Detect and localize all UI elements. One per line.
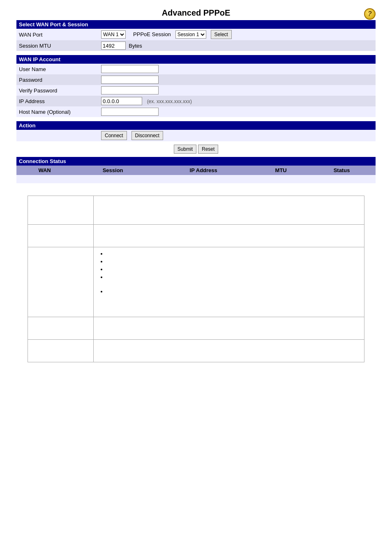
wan-session-table: WAN Port WAN 1 PPPoE Session Session 1 S… (16, 29, 376, 51)
connection-status-table: WAN Session IP Address MTU Status (16, 166, 376, 183)
connect-button[interactable]: Connect (101, 131, 127, 140)
username-value-cell (99, 64, 376, 74)
bullet-2 (107, 258, 359, 265)
ip-address-label: IP Address (16, 96, 99, 106)
ip-address-row: IP Address (ex. xxx.xxx.xxx.xxx) (16, 96, 376, 106)
help-content-2 (94, 225, 364, 247)
help-row-1 (28, 196, 364, 225)
bullet-list (99, 251, 359, 295)
action-buttons-cell: Connect Disconnect (99, 130, 376, 141)
reset-button[interactable]: Reset (198, 145, 218, 154)
status-col-status: Status (308, 166, 376, 175)
status-col-mtu: MTU (254, 166, 308, 175)
wan-ip-header: WAN IP Account (16, 55, 376, 64)
submit-row: Submit Reset (16, 141, 376, 157)
select-button[interactable]: Select (211, 30, 232, 39)
action-table: Connect Disconnect (16, 130, 376, 141)
username-label: User Name (16, 64, 99, 74)
status-col-wan: WAN (16, 166, 73, 175)
bullet-5 (107, 288, 359, 295)
title-row: Advanced PPPoE ? (16, 8, 376, 18)
ip-address-value-cell: (ex. xxx.xxx.xxx.xxx) (99, 96, 376, 106)
action-row: Connect Disconnect (16, 130, 376, 141)
help-row-4 (28, 317, 364, 340)
action-header: Action (16, 121, 376, 130)
ip-address-input[interactable] (101, 97, 142, 105)
wan-port-row: WAN Port WAN 1 PPPoE Session Session 1 S… (16, 29, 376, 40)
help-content-3 (94, 247, 364, 317)
verify-password-row: Verify Password (16, 85, 376, 96)
wan-session-header: Select WAN Port & Session (16, 20, 376, 29)
wan-ip-table: User Name Password Verify Password IP Ad… (16, 64, 376, 117)
password-label: Password (16, 74, 99, 85)
help-row-5 (28, 340, 364, 362)
pppoe-session-label: PPPoE Session (133, 31, 171, 37)
session-mtu-input[interactable] (101, 41, 126, 50)
pppoe-session-select[interactable]: Session 1 (175, 30, 206, 39)
password-value-cell (99, 74, 376, 85)
wan-port-value-cell: WAN 1 PPPoE Session Session 1 Select (99, 29, 376, 40)
action-label (16, 130, 99, 141)
status-empty-row (16, 175, 376, 183)
help-row-2 (28, 225, 364, 247)
verify-password-input[interactable] (101, 86, 159, 94)
status-col-session: Session (73, 166, 153, 175)
help-content-1 (94, 196, 364, 225)
host-name-input[interactable] (101, 108, 159, 116)
bullet-1 (107, 251, 359, 257)
help-label-4 (28, 317, 94, 340)
wan-port-label: WAN Port (16, 29, 99, 40)
verify-password-label: Verify Password (16, 85, 99, 96)
username-input[interactable] (101, 65, 159, 73)
password-row: Password (16, 74, 376, 85)
wan-port-select[interactable]: WAN 1 (101, 30, 126, 39)
status-col-ip: IP Address (153, 166, 254, 175)
help-content-4 (94, 317, 364, 340)
verify-password-value-cell (99, 85, 376, 96)
help-row-3 (28, 247, 364, 317)
ip-address-hint: (ex. xxx.xxx.xxx.xxx) (147, 99, 192, 104)
help-icon[interactable]: ? (364, 8, 376, 20)
bullet-4 (107, 274, 359, 280)
session-mtu-unit: Bytes (129, 43, 142, 49)
submit-button[interactable]: Submit (174, 145, 196, 154)
help-label-5 (28, 340, 94, 362)
help-table (28, 196, 364, 362)
help-label-2 (28, 225, 94, 247)
page-wrapper: Advanced PPPoE ? Select WAN Port & Sessi… (0, 0, 392, 555)
disconnect-button[interactable]: Disconnect (131, 131, 163, 140)
page-title: Advanced PPPoE (162, 8, 231, 18)
host-name-label: Host Name (Optional) (16, 106, 99, 117)
session-mtu-value-cell: Bytes (99, 40, 376, 51)
username-row: User Name (16, 64, 376, 74)
session-mtu-label: Session MTU (16, 40, 99, 51)
bullet-3 (107, 266, 359, 272)
host-name-row: Host Name (Optional) (16, 106, 376, 117)
help-icon-label: ? (368, 10, 372, 18)
help-content-5 (94, 340, 364, 362)
help-icon-img[interactable]: ? (364, 8, 376, 20)
status-header-row: WAN Session IP Address MTU Status (16, 166, 376, 175)
help-label-1 (28, 196, 94, 225)
session-mtu-row: Session MTU Bytes (16, 40, 376, 51)
password-input[interactable] (101, 76, 159, 84)
help-label-3 (28, 247, 94, 317)
connection-status-header: Connection Status (16, 157, 376, 166)
host-name-value-cell (99, 106, 376, 117)
